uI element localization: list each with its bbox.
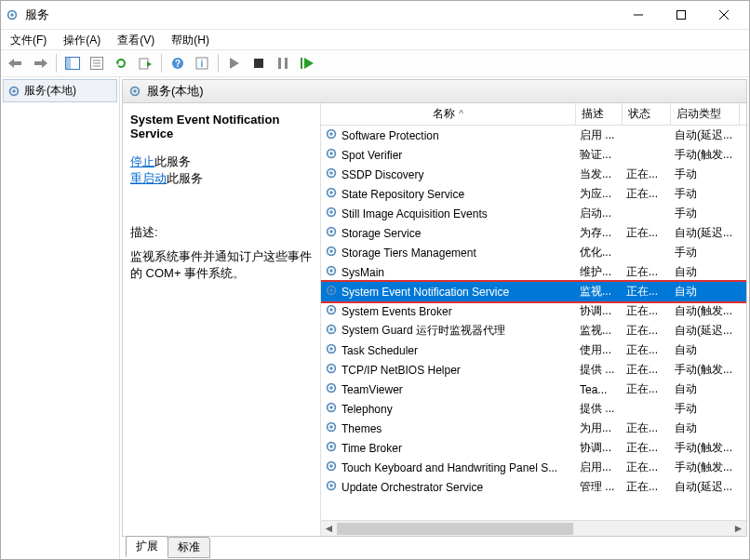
menu-action[interactable]: 操作(A): [60, 31, 104, 50]
service-row[interactable]: Still Image Acquisition Events启动...手动: [321, 204, 746, 223]
h-scrollbar[interactable]: ◄ ►: [321, 520, 746, 536]
maximize-button[interactable]: [660, 1, 703, 29]
stop-link[interactable]: 停止: [130, 154, 154, 168]
service-state-cell: 正在...: [623, 264, 671, 280]
service-state-cell: 正在...: [623, 460, 671, 475]
scroll-thumb[interactable]: [337, 523, 573, 535]
pause-button[interactable]: [272, 52, 294, 74]
service-state-cell: 正在...: [623, 323, 671, 339]
service-row[interactable]: Themes为用...正在...自动: [321, 419, 746, 438]
forward-button[interactable]: [29, 52, 51, 74]
right-panel: 服务(本地) System Event Notification Service…: [120, 77, 749, 559]
svg-point-66: [329, 445, 333, 448]
export-button[interactable]: [134, 52, 156, 74]
service-type-cell: 手动: [671, 206, 740, 221]
gear-icon: [325, 186, 338, 202]
refresh-button[interactable]: [110, 52, 132, 74]
service-row[interactable]: Touch Keyboard and Handwriting Panel S..…: [321, 458, 746, 477]
svg-point-40: [329, 191, 333, 194]
service-row[interactable]: Storage Tiers Management优化...手动: [321, 243, 746, 262]
col-type[interactable]: 启动类型: [671, 103, 740, 125]
service-row[interactable]: SSDP Discovery当发...正在...手动: [321, 165, 746, 184]
service-row[interactable]: System Event Notification Service监视...正在…: [321, 282, 746, 301]
svg-rect-9: [34, 61, 42, 65]
col-desc[interactable]: 描述: [576, 103, 623, 125]
service-name-cell: Time Broker: [321, 440, 576, 456]
tab-extended[interactable]: 扩展: [126, 536, 168, 557]
service-type-cell: 自动(触发...: [671, 303, 740, 319]
detail-panel: System Event Notification Service 停止此服务 …: [123, 103, 320, 536]
service-name-text: SSDP Discovery: [342, 168, 423, 181]
service-row[interactable]: System Events Broker协调...正在...自动(触发...: [321, 301, 746, 321]
service-row[interactable]: Update Orchestrator Service管理 ...正在...自动…: [321, 477, 746, 497]
service-name-cell: Storage Tiers Management: [321, 245, 576, 260]
service-row[interactable]: SysMain维护...正在...自动: [321, 262, 746, 282]
service-desc-cell: 协调...: [576, 303, 623, 319]
service-row[interactable]: Software Protection启用 ...自动(延迟...: [321, 126, 746, 145]
content-area: 服务(本地) 服务(本地) System Event Notification …: [1, 77, 749, 559]
svg-point-68: [329, 464, 333, 468]
service-name-cell: Task Scheduler: [321, 342, 576, 358]
service-desc-cell: 启用...: [576, 460, 623, 475]
service-desc-cell: 监视...: [576, 284, 623, 300]
service-name-text: Task Scheduler: [342, 344, 418, 357]
service-row[interactable]: Task Scheduler使用...正在...自动: [321, 340, 746, 360]
service-name-text: Storage Tiers Management: [342, 247, 476, 260]
scroll-right-arrow[interactable]: ►: [730, 521, 746, 537]
service-row[interactable]: Spot Verifier验证...手动(触发...: [321, 145, 746, 165]
gear-icon: [325, 479, 338, 495]
service-row[interactable]: TeamViewerTea...正在...自动: [321, 380, 746, 399]
tree-root-item[interactable]: 服务(本地): [3, 79, 117, 102]
panel-title: 服务(本地): [147, 83, 204, 100]
svg-rect-24: [254, 59, 263, 68]
service-row[interactable]: Storage Service为存...正在...自动(延迟...: [321, 223, 746, 243]
service-name-cell: Still Image Acquisition Events: [321, 206, 576, 221]
service-name-text: Time Broker: [342, 442, 402, 455]
svg-rect-26: [285, 58, 288, 69]
col-state[interactable]: 状态: [623, 103, 671, 125]
close-button[interactable]: [703, 1, 745, 29]
svg-marker-28: [304, 58, 314, 69]
show-hide-tree-button[interactable]: [61, 52, 84, 74]
restart-button[interactable]: [296, 52, 318, 74]
back-button[interactable]: [5, 52, 27, 74]
svg-point-48: [329, 269, 333, 273]
svg-rect-3: [677, 11, 686, 20]
service-type-cell: 自动: [671, 264, 740, 280]
service-row[interactable]: Time Broker协调...正在...手动(触发...: [321, 438, 746, 458]
tab-standard[interactable]: 标准: [167, 537, 210, 558]
service-name-text: Spot Verifier: [342, 149, 402, 162]
service-name-text: Touch Keyboard and Handwriting Panel S..…: [342, 461, 557, 474]
about-button[interactable]: i: [191, 52, 213, 74]
service-row[interactable]: Telephony提供 ...手动: [321, 399, 746, 419]
svg-point-60: [329, 386, 333, 390]
play-button[interactable]: [223, 52, 246, 74]
service-desc-cell: 使用...: [576, 342, 623, 358]
service-name: System Event Notification Service: [130, 113, 313, 140]
service-row[interactable]: TCP/IP NetBIOS Helper提供 ...正在...手动(触发...: [321, 360, 746, 380]
help-button[interactable]: ?: [167, 52, 189, 74]
menu-help[interactable]: 帮助(H): [167, 31, 213, 50]
service-name-cell: Update Orchestrator Service: [321, 479, 576, 495]
service-type-cell: 自动(延迟...: [671, 479, 740, 495]
properties-button[interactable]: [86, 52, 108, 74]
menu-view[interactable]: 查看(V): [114, 31, 158, 50]
tabs: 扩展 标准: [122, 537, 747, 557]
service-row[interactable]: System Guard 运行时监视器代理监视...正在...自动(延迟...: [321, 321, 746, 340]
scroll-left-arrow[interactable]: ◄: [321, 521, 337, 537]
toolbar: ? i: [1, 49, 749, 77]
svg-point-38: [329, 171, 333, 175]
gear-icon: [325, 362, 338, 378]
service-name-text: Still Image Acquisition Events: [342, 207, 488, 220]
col-name[interactable]: 名称: [321, 103, 576, 125]
list-body[interactable]: Software Protection启用 ...自动(延迟...Spot Ve…: [321, 126, 746, 520]
service-row[interactable]: State Repository Service为应...正在...手动: [321, 184, 746, 204]
restart-link[interactable]: 重启动: [130, 171, 167, 185]
menu-file[interactable]: 文件(F): [7, 31, 50, 50]
svg-point-36: [329, 152, 333, 155]
minimize-button[interactable]: [617, 1, 660, 29]
stop-button[interactable]: [248, 52, 270, 74]
svg-point-34: [329, 132, 333, 136]
service-name-cell: System Guard 运行时监视器代理: [321, 323, 576, 339]
panel-body: System Event Notification Service 停止此服务 …: [122, 103, 747, 537]
